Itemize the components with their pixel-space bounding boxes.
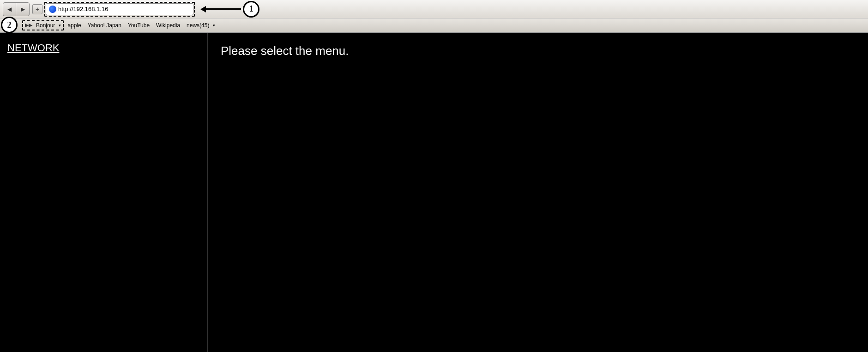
apple-bookmark[interactable]: apple: [65, 22, 84, 29]
news-dropdown-arrow[interactable]: ▾: [213, 23, 215, 28]
nav-arrow-icon-1: ▶▶: [25, 22, 32, 28]
bonjour-bookmark-dashed: ▶▶ Bonjour ▾: [22, 20, 64, 30]
annotation-arrow-1: 1: [204, 1, 259, 18]
bonjour-bookmark[interactable]: Bonjour ▾: [33, 22, 61, 29]
nav-buttons: ◀ ▶: [3, 2, 30, 16]
address-bar-wrapper: http://192.168.1.16 1: [44, 2, 195, 17]
globe-icon: [49, 6, 56, 13]
content-area: Please select the menu.: [208, 33, 868, 352]
youtube-bookmark[interactable]: YouTube: [125, 22, 152, 29]
address-bar[interactable]: http://192.168.1.16: [46, 3, 193, 15]
bookmarks-bar: 2 ▶▶ Bonjour ▾ apple Yahoo! Japan YouTub…: [0, 18, 868, 32]
add-tab-button[interactable]: +: [32, 4, 42, 14]
yahoo-japan-bookmark[interactable]: Yahoo! Japan: [85, 22, 124, 29]
news-bookmark[interactable]: news(45) ▾: [184, 22, 215, 29]
sidebar: NETWORK: [0, 33, 208, 352]
toolbar: ◀ ▶ + http://192.168.1.16 1: [0, 0, 868, 18]
arrow-line: [204, 8, 241, 10]
network-link[interactable]: NETWORK: [7, 42, 59, 54]
bonjour-dropdown-arrow[interactable]: ▾: [59, 23, 61, 28]
browser-chrome: ◀ ▶ + http://192.168.1.16 1 2: [0, 0, 868, 33]
wikipedia-bookmark[interactable]: Wikipedia: [153, 22, 183, 29]
address-bar-dashed-border: http://192.168.1.16: [44, 2, 195, 17]
annotation-circle-1: 1: [243, 1, 259, 18]
annotation-circle-2: 2: [1, 17, 18, 33]
news-label[interactable]: news(45): [184, 22, 212, 29]
content-message: Please select the menu.: [221, 44, 855, 58]
address-text[interactable]: http://192.168.1.16: [58, 6, 190, 12]
back-button[interactable]: ◀: [3, 3, 16, 16]
bonjour-label[interactable]: Bonjour: [33, 22, 58, 29]
forward-button[interactable]: ▶: [16, 3, 29, 16]
main-content: NETWORK Please select the menu.: [0, 33, 868, 352]
